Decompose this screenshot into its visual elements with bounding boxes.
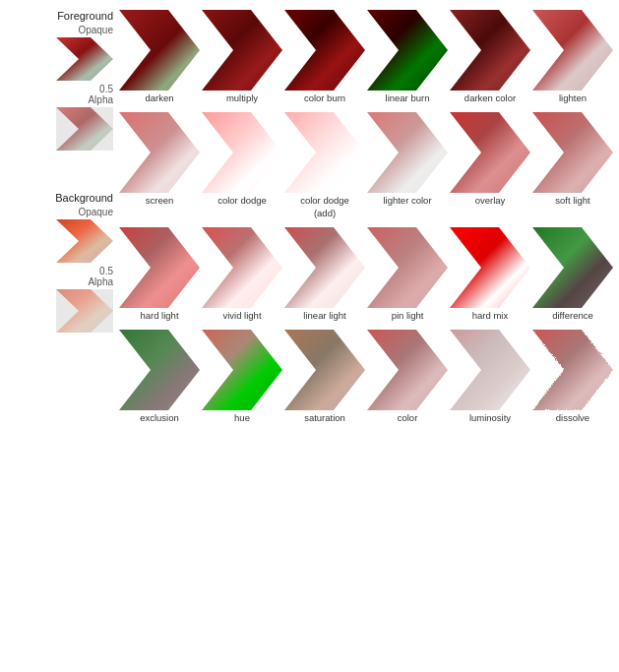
label-lighter-color: lighter color [367, 195, 448, 207]
bg-opaque-shape [56, 219, 113, 263]
label-color-dodge-add: color dodge(add) [284, 195, 365, 219]
swatch-vivid-light [202, 227, 282, 308]
blend-color-dodge-add: color dodge(add) [284, 112, 365, 219]
svg-marker-21 [367, 227, 448, 308]
blend-modes-grid: darken multiply [119, 10, 613, 427]
label-linear-burn: linear burn [367, 92, 448, 104]
svg-marker-15 [367, 112, 448, 193]
swatch-hard-mix [450, 227, 530, 308]
fg-opaque-shape [56, 37, 113, 81]
swatch-color-dodge [202, 112, 282, 193]
svg-marker-9 [367, 10, 448, 91]
label-overlay: overlay [450, 195, 530, 207]
swatch-linear-light [284, 227, 365, 308]
bg-alpha-shape [56, 289, 113, 333]
label-pin-light: pin light [367, 310, 448, 322]
svg-marker-8 [284, 10, 365, 91]
blend-darken: darken [119, 10, 200, 104]
foreground-section: Foreground Opaque 0.5Al [6, 10, 119, 192]
swatch-pin-light [367, 227, 448, 308]
svg-marker-3 [56, 219, 113, 263]
blend-linear-burn: linear burn [367, 10, 448, 104]
blend-pin-light: pin light [367, 227, 448, 322]
label-vivid-light: vivid light [202, 310, 282, 322]
label-saturation: saturation [284, 412, 365, 424]
svg-marker-26 [284, 330, 365, 410]
label-screen: screen [119, 195, 200, 207]
fg-alpha-shape [56, 107, 113, 151]
swatch-linear-burn [367, 10, 448, 91]
blend-screen: screen [119, 112, 200, 219]
left-column: Foreground Opaque 0.5Al [6, 10, 119, 427]
swatch-screen [119, 112, 200, 193]
swatch-overlay [450, 112, 530, 193]
blend-hue: hue [202, 330, 282, 424]
blend-overlay: overlay [450, 112, 530, 219]
label-color-dodge: color dodge [202, 195, 282, 207]
svg-marker-6 [119, 10, 200, 91]
swatch-saturation [284, 330, 365, 410]
svg-marker-28 [450, 330, 530, 410]
swatch-multiply [202, 10, 282, 91]
swatch-soft-light [532, 112, 613, 193]
label-darken-color: darken color [450, 92, 530, 104]
alpha05-label-bg: 0.5Alpha [88, 266, 113, 287]
svg-marker-18 [119, 227, 200, 308]
blend-multiply: multiply [202, 10, 282, 104]
label-color: color [367, 412, 448, 424]
blend-row-1: darken multiply [119, 10, 613, 104]
background-section: Background Opaque 0.5Al [6, 192, 119, 408]
blend-linear-light: linear light [284, 227, 365, 322]
swatch-exclusion [119, 330, 200, 410]
blend-row-2: screen color dodge [119, 112, 613, 219]
main-layout: Foreground Opaque 0.5Al [0, 0, 619, 433]
svg-marker-19 [202, 227, 282, 308]
blend-dissolve: dissolve [532, 330, 613, 424]
svg-marker-17 [532, 112, 613, 193]
svg-marker-20 [284, 227, 365, 308]
blend-exclusion: exclusion [119, 330, 200, 424]
opaque-label-bg: Opaque [78, 207, 113, 217]
svg-marker-16 [450, 112, 530, 193]
svg-marker-13 [202, 112, 282, 193]
swatch-darken-color [450, 10, 530, 91]
label-luminosity: luminosity [450, 412, 530, 424]
opaque-label-fg: Opaque [78, 25, 113, 35]
swatch-color [367, 330, 448, 410]
alpha05-label-fg: 0.5Alpha [88, 84, 113, 105]
svg-marker-11 [532, 10, 613, 91]
label-multiply: multiply [202, 92, 282, 104]
blend-color-burn: color burn [284, 10, 365, 104]
label-hard-mix: hard mix [450, 310, 530, 322]
swatch-lighter-color [367, 112, 448, 193]
blend-row-4: exclusion hue [119, 330, 613, 424]
svg-marker-24 [119, 330, 200, 410]
svg-marker-23 [532, 227, 613, 308]
label-lighten: lighten [532, 92, 613, 104]
foreground-label: Foreground [57, 10, 113, 22]
swatch-hue [202, 330, 282, 410]
blend-difference: difference [532, 227, 613, 322]
swatch-difference [532, 227, 613, 308]
label-hard-light: hard light [119, 310, 200, 322]
blend-vivid-light: vivid light [202, 227, 282, 322]
background-label: Background [55, 192, 113, 204]
blend-soft-light: soft light [532, 112, 613, 219]
swatch-luminosity [450, 330, 530, 410]
blend-darken-color: darken color [450, 10, 530, 104]
svg-marker-7 [202, 10, 282, 91]
swatch-hard-light [119, 227, 200, 308]
svg-marker-14 [284, 112, 365, 193]
svg-marker-29 [532, 330, 613, 410]
label-linear-light: linear light [284, 310, 365, 322]
blend-row-3: hard light vivid light [119, 227, 613, 322]
blend-saturation: saturation [284, 330, 365, 424]
blend-hard-light: hard light [119, 227, 200, 322]
blend-luminosity: luminosity [450, 330, 530, 424]
label-dissolve: dissolve [532, 412, 613, 424]
blend-lighter-color: lighter color [367, 112, 448, 219]
label-color-burn: color burn [284, 92, 365, 104]
svg-marker-22 [450, 227, 530, 308]
blend-hard-mix: hard mix [450, 227, 530, 322]
svg-marker-0 [56, 37, 113, 81]
